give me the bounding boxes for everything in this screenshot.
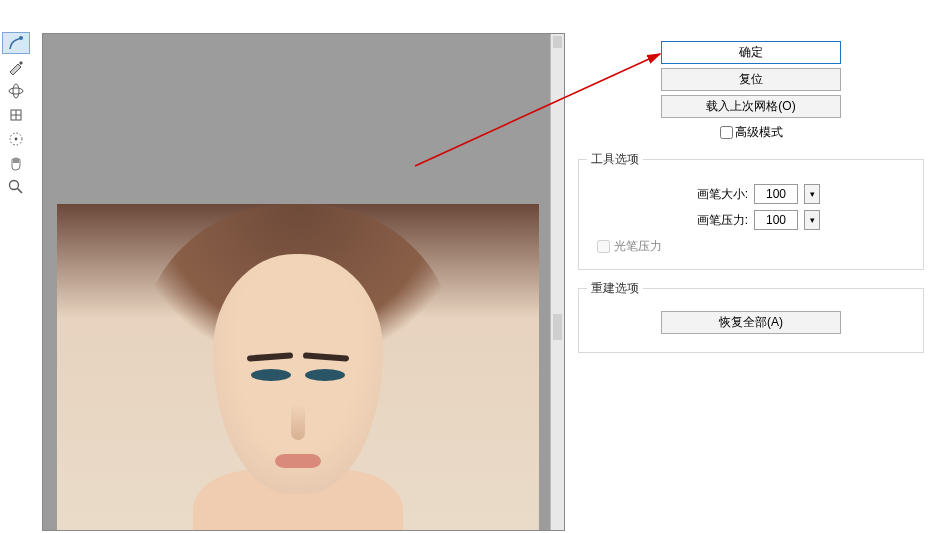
advanced-mode-label: 高级模式 bbox=[735, 125, 783, 139]
hand-tool[interactable] bbox=[2, 152, 30, 174]
svg-point-0 bbox=[19, 36, 23, 40]
svg-point-6 bbox=[10, 181, 19, 190]
svg-point-5 bbox=[15, 138, 18, 141]
chevron-down-icon: ▾ bbox=[810, 215, 815, 225]
options-panel: 确定 复位 载入上次网格(O) 高级模式 工具选项 画笔大小: ▾ 画笔压力: … bbox=[570, 33, 932, 533]
chevron-down-icon: ▾ bbox=[810, 189, 815, 199]
push-left-tool[interactable] bbox=[2, 128, 30, 150]
reset-button[interactable]: 复位 bbox=[661, 68, 841, 91]
load-last-mesh-button[interactable]: 载入上次网格(O) bbox=[661, 95, 841, 118]
rebuild-options-group: 重建选项 恢复全部(A) bbox=[578, 280, 924, 353]
brush-size-input[interactable] bbox=[754, 184, 798, 204]
preview-canvas[interactable] bbox=[42, 33, 565, 531]
svg-point-2 bbox=[13, 84, 19, 98]
liquify-toolbar bbox=[0, 30, 34, 200]
reconstruct-tool[interactable] bbox=[2, 56, 30, 78]
pucker-tool[interactable] bbox=[2, 80, 30, 102]
brush-pressure-input[interactable] bbox=[754, 210, 798, 230]
ok-button[interactable]: 确定 bbox=[661, 41, 841, 64]
vertical-scrollbar[interactable] bbox=[550, 34, 564, 530]
bloat-tool[interactable] bbox=[2, 104, 30, 126]
svg-line-7 bbox=[18, 189, 23, 194]
tool-options-group: 工具选项 画笔大小: ▾ 画笔压力: ▾ 光笔压力 bbox=[578, 151, 924, 270]
brush-size-spinner[interactable]: ▾ bbox=[804, 184, 820, 204]
restore-all-button[interactable]: 恢复全部(A) bbox=[661, 311, 841, 334]
brush-size-label: 画笔大小: bbox=[682, 186, 748, 203]
forward-warp-tool[interactable] bbox=[2, 32, 30, 54]
brush-pressure-label: 画笔压力: bbox=[682, 212, 748, 229]
advanced-mode-checkbox[interactable] bbox=[720, 126, 733, 139]
stylus-pressure-label: 光笔压力 bbox=[614, 239, 662, 253]
canvas-image bbox=[57, 204, 539, 530]
zoom-tool[interactable] bbox=[2, 176, 30, 198]
rebuild-options-legend: 重建选项 bbox=[587, 280, 643, 297]
brush-pressure-spinner[interactable]: ▾ bbox=[804, 210, 820, 230]
tool-options-legend: 工具选项 bbox=[587, 151, 643, 168]
stylus-pressure-checkbox bbox=[597, 240, 610, 253]
svg-point-1 bbox=[9, 88, 23, 94]
